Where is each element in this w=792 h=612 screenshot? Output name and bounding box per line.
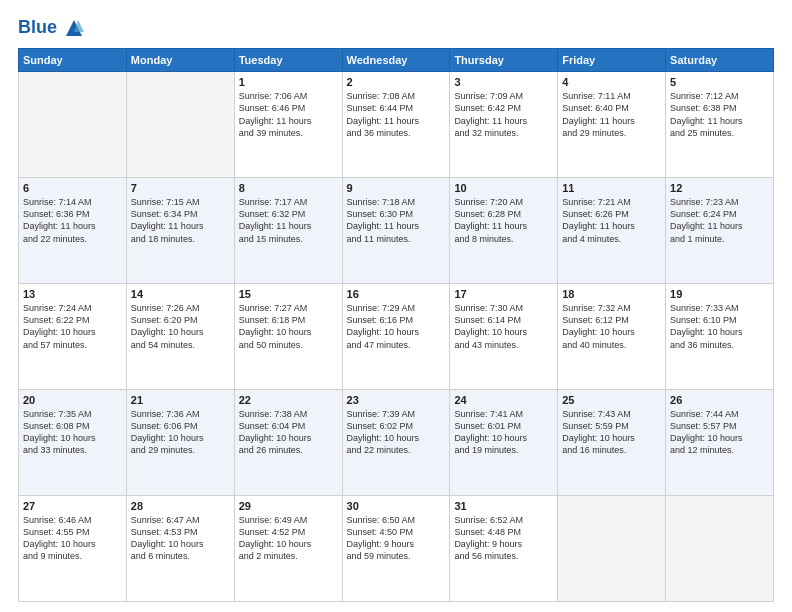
calendar-cell: 26Sunrise: 7:44 AM Sunset: 5:57 PM Dayli…	[666, 390, 774, 496]
calendar-cell: 14Sunrise: 7:26 AM Sunset: 6:20 PM Dayli…	[126, 284, 234, 390]
day-number: 28	[131, 500, 230, 512]
day-info: Sunrise: 7:23 AM Sunset: 6:24 PM Dayligh…	[670, 196, 769, 245]
col-header-tuesday: Tuesday	[234, 49, 342, 72]
calendar-cell: 4Sunrise: 7:11 AM Sunset: 6:40 PM Daylig…	[558, 72, 666, 178]
day-number: 8	[239, 182, 338, 194]
logo: Blue	[18, 18, 84, 38]
day-number: 3	[454, 76, 553, 88]
day-number: 15	[239, 288, 338, 300]
day-info: Sunrise: 6:46 AM Sunset: 4:55 PM Dayligh…	[23, 514, 122, 563]
day-number: 30	[347, 500, 446, 512]
calendar-cell: 6Sunrise: 7:14 AM Sunset: 6:36 PM Daylig…	[19, 178, 127, 284]
day-info: Sunrise: 6:52 AM Sunset: 4:48 PM Dayligh…	[454, 514, 553, 563]
day-info: Sunrise: 6:47 AM Sunset: 4:53 PM Dayligh…	[131, 514, 230, 563]
calendar-cell: 13Sunrise: 7:24 AM Sunset: 6:22 PM Dayli…	[19, 284, 127, 390]
calendar-cell: 21Sunrise: 7:36 AM Sunset: 6:06 PM Dayli…	[126, 390, 234, 496]
day-info: Sunrise: 7:15 AM Sunset: 6:34 PM Dayligh…	[131, 196, 230, 245]
day-info: Sunrise: 7:14 AM Sunset: 6:36 PM Dayligh…	[23, 196, 122, 245]
calendar-cell: 18Sunrise: 7:32 AM Sunset: 6:12 PM Dayli…	[558, 284, 666, 390]
day-info: Sunrise: 7:20 AM Sunset: 6:28 PM Dayligh…	[454, 196, 553, 245]
day-info: Sunrise: 7:44 AM Sunset: 5:57 PM Dayligh…	[670, 408, 769, 457]
day-number: 25	[562, 394, 661, 406]
day-info: Sunrise: 7:36 AM Sunset: 6:06 PM Dayligh…	[131, 408, 230, 457]
calendar-cell: 2Sunrise: 7:08 AM Sunset: 6:44 PM Daylig…	[342, 72, 450, 178]
day-number: 31	[454, 500, 553, 512]
logo-blue: Blue	[18, 18, 84, 38]
day-info: Sunrise: 7:11 AM Sunset: 6:40 PM Dayligh…	[562, 90, 661, 139]
day-info: Sunrise: 7:38 AM Sunset: 6:04 PM Dayligh…	[239, 408, 338, 457]
calendar-cell: 1Sunrise: 7:06 AM Sunset: 6:46 PM Daylig…	[234, 72, 342, 178]
day-info: Sunrise: 7:17 AM Sunset: 6:32 PM Dayligh…	[239, 196, 338, 245]
logo-icon	[64, 18, 84, 38]
day-number: 6	[23, 182, 122, 194]
day-info: Sunrise: 7:12 AM Sunset: 6:38 PM Dayligh…	[670, 90, 769, 139]
day-number: 7	[131, 182, 230, 194]
day-info: Sunrise: 7:21 AM Sunset: 6:26 PM Dayligh…	[562, 196, 661, 245]
day-number: 20	[23, 394, 122, 406]
day-info: Sunrise: 7:39 AM Sunset: 6:02 PM Dayligh…	[347, 408, 446, 457]
day-info: Sunrise: 7:09 AM Sunset: 6:42 PM Dayligh…	[454, 90, 553, 139]
col-header-friday: Friday	[558, 49, 666, 72]
calendar-cell: 20Sunrise: 7:35 AM Sunset: 6:08 PM Dayli…	[19, 390, 127, 496]
day-info: Sunrise: 7:30 AM Sunset: 6:14 PM Dayligh…	[454, 302, 553, 351]
calendar-week-row: 20Sunrise: 7:35 AM Sunset: 6:08 PM Dayli…	[19, 390, 774, 496]
day-info: Sunrise: 7:18 AM Sunset: 6:30 PM Dayligh…	[347, 196, 446, 245]
col-header-thursday: Thursday	[450, 49, 558, 72]
day-number: 24	[454, 394, 553, 406]
day-number: 21	[131, 394, 230, 406]
calendar-cell: 28Sunrise: 6:47 AM Sunset: 4:53 PM Dayli…	[126, 496, 234, 602]
day-info: Sunrise: 7:35 AM Sunset: 6:08 PM Dayligh…	[23, 408, 122, 457]
day-number: 19	[670, 288, 769, 300]
calendar-cell: 19Sunrise: 7:33 AM Sunset: 6:10 PM Dayli…	[666, 284, 774, 390]
calendar-cell: 17Sunrise: 7:30 AM Sunset: 6:14 PM Dayli…	[450, 284, 558, 390]
logo-text: Blue	[18, 18, 84, 38]
calendar-cell: 29Sunrise: 6:49 AM Sunset: 4:52 PM Dayli…	[234, 496, 342, 602]
calendar-cell: 16Sunrise: 7:29 AM Sunset: 6:16 PM Dayli…	[342, 284, 450, 390]
day-info: Sunrise: 7:24 AM Sunset: 6:22 PM Dayligh…	[23, 302, 122, 351]
day-number: 11	[562, 182, 661, 194]
calendar-cell: 3Sunrise: 7:09 AM Sunset: 6:42 PM Daylig…	[450, 72, 558, 178]
day-number: 9	[347, 182, 446, 194]
calendar-cell: 27Sunrise: 6:46 AM Sunset: 4:55 PM Dayli…	[19, 496, 127, 602]
day-info: Sunrise: 7:43 AM Sunset: 5:59 PM Dayligh…	[562, 408, 661, 457]
calendar-week-row: 6Sunrise: 7:14 AM Sunset: 6:36 PM Daylig…	[19, 178, 774, 284]
day-info: Sunrise: 7:32 AM Sunset: 6:12 PM Dayligh…	[562, 302, 661, 351]
calendar-cell: 25Sunrise: 7:43 AM Sunset: 5:59 PM Dayli…	[558, 390, 666, 496]
calendar-cell: 23Sunrise: 7:39 AM Sunset: 6:02 PM Dayli…	[342, 390, 450, 496]
calendar-table: SundayMondayTuesdayWednesdayThursdayFrid…	[18, 48, 774, 602]
day-info: Sunrise: 7:33 AM Sunset: 6:10 PM Dayligh…	[670, 302, 769, 351]
day-number: 4	[562, 76, 661, 88]
day-info: Sunrise: 7:29 AM Sunset: 6:16 PM Dayligh…	[347, 302, 446, 351]
day-info: Sunrise: 7:26 AM Sunset: 6:20 PM Dayligh…	[131, 302, 230, 351]
calendar-cell: 10Sunrise: 7:20 AM Sunset: 6:28 PM Dayli…	[450, 178, 558, 284]
calendar-cell: 30Sunrise: 6:50 AM Sunset: 4:50 PM Dayli…	[342, 496, 450, 602]
calendar-cell: 8Sunrise: 7:17 AM Sunset: 6:32 PM Daylig…	[234, 178, 342, 284]
header: Blue	[18, 18, 774, 38]
day-info: Sunrise: 7:27 AM Sunset: 6:18 PM Dayligh…	[239, 302, 338, 351]
calendar-cell: 9Sunrise: 7:18 AM Sunset: 6:30 PM Daylig…	[342, 178, 450, 284]
page: Blue SundayMondayTuesdayWednesdayThursda…	[0, 0, 792, 612]
day-number: 29	[239, 500, 338, 512]
day-number: 12	[670, 182, 769, 194]
day-number: 23	[347, 394, 446, 406]
day-number: 26	[670, 394, 769, 406]
calendar-week-row: 27Sunrise: 6:46 AM Sunset: 4:55 PM Dayli…	[19, 496, 774, 602]
day-number: 16	[347, 288, 446, 300]
calendar-cell: 7Sunrise: 7:15 AM Sunset: 6:34 PM Daylig…	[126, 178, 234, 284]
day-number: 13	[23, 288, 122, 300]
calendar-header-row: SundayMondayTuesdayWednesdayThursdayFrid…	[19, 49, 774, 72]
day-info: Sunrise: 6:50 AM Sunset: 4:50 PM Dayligh…	[347, 514, 446, 563]
day-info: Sunrise: 7:06 AM Sunset: 6:46 PM Dayligh…	[239, 90, 338, 139]
day-number: 22	[239, 394, 338, 406]
day-info: Sunrise: 6:49 AM Sunset: 4:52 PM Dayligh…	[239, 514, 338, 563]
calendar-cell: 31Sunrise: 6:52 AM Sunset: 4:48 PM Dayli…	[450, 496, 558, 602]
day-number: 14	[131, 288, 230, 300]
day-number: 10	[454, 182, 553, 194]
calendar-cell	[558, 496, 666, 602]
col-header-saturday: Saturday	[666, 49, 774, 72]
calendar-cell: 12Sunrise: 7:23 AM Sunset: 6:24 PM Dayli…	[666, 178, 774, 284]
calendar-cell: 15Sunrise: 7:27 AM Sunset: 6:18 PM Dayli…	[234, 284, 342, 390]
calendar-cell	[126, 72, 234, 178]
calendar-week-row: 1Sunrise: 7:06 AM Sunset: 6:46 PM Daylig…	[19, 72, 774, 178]
calendar-cell: 11Sunrise: 7:21 AM Sunset: 6:26 PM Dayli…	[558, 178, 666, 284]
